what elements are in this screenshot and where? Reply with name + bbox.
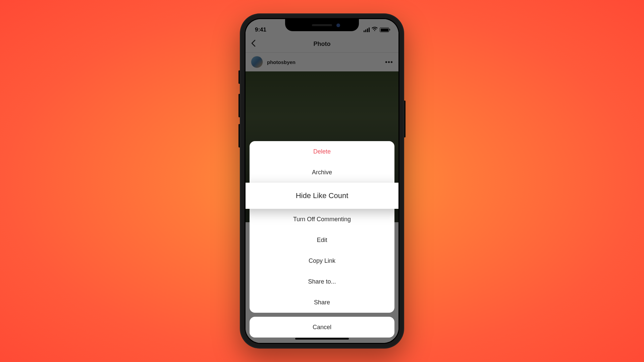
share-to-option[interactable]: Share to...	[250, 271, 394, 292]
turn-off-commenting-option[interactable]: Turn Off Commenting	[250, 209, 394, 230]
action-sheet: Delete Archive Hide Like Count Turn Off …	[250, 141, 394, 338]
archive-option[interactable]: Archive	[250, 162, 394, 183]
phone-screen: 9:41	[246, 19, 398, 343]
phone-inner: 9:41	[245, 18, 399, 344]
home-indicator[interactable]	[295, 338, 349, 340]
cancel-button[interactable]: Cancel	[250, 317, 394, 338]
power-button	[404, 101, 406, 137]
phone-frame: 9:41	[240, 13, 404, 349]
delete-option[interactable]: Delete	[250, 141, 394, 162]
notch-speaker	[312, 24, 332, 26]
share-option[interactable]: Share	[250, 292, 394, 313]
volume-up-button	[238, 94, 240, 117]
mute-switch	[238, 70, 240, 84]
action-sheet-options: Delete Archive Hide Like Count Turn Off …	[250, 141, 394, 313]
notch	[285, 19, 359, 31]
copy-link-option[interactable]: Copy Link	[250, 250, 394, 271]
notch-camera	[336, 23, 340, 27]
hide-like-count-wrapper: Hide Like Count	[250, 183, 394, 209]
edit-option[interactable]: Edit	[250, 230, 394, 250]
volume-down-button	[238, 124, 240, 147]
hide-like-count-option[interactable]: Hide Like Count	[246, 183, 398, 209]
